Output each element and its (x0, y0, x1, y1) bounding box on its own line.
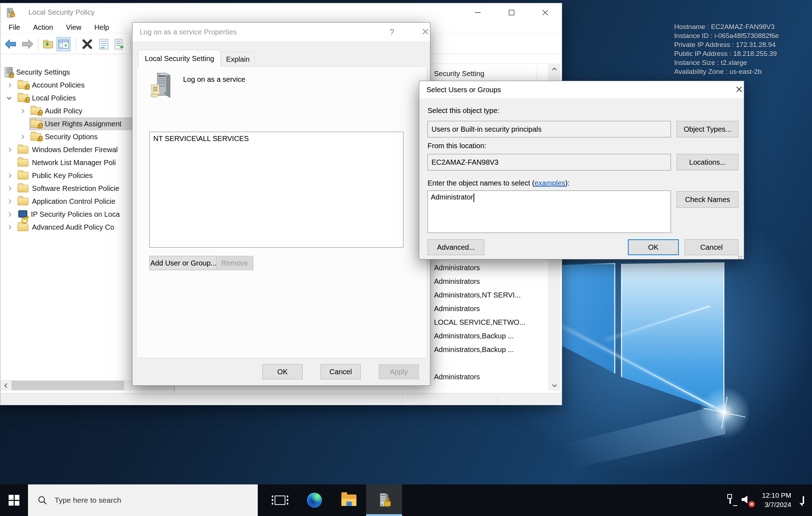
folder-icon (18, 185, 28, 192)
object-types-button[interactable]: Object Types... (677, 121, 738, 137)
list-row[interactable]: LOCAL SERVICE,NETWO... (434, 315, 546, 329)
start-button[interactable] (0, 484, 28, 516)
edge-icon (307, 493, 322, 508)
folder-icon (18, 172, 28, 179)
members-listbox[interactable]: NT SERVICE\ALL SERVICES (149, 132, 403, 248)
chevron-right-icon[interactable] (8, 148, 18, 151)
folder-icon (18, 198, 28, 205)
chevron-right-icon[interactable] (8, 174, 18, 177)
properties-button[interactable] (97, 37, 111, 51)
properties-cancel-button[interactable]: Cancel (321, 364, 361, 379)
minimize-button[interactable] (466, 3, 489, 22)
maximize-button[interactable] (500, 3, 523, 22)
object-type-field[interactable]: Users or Built-in security principals (428, 121, 671, 137)
task-view-button[interactable] (263, 484, 297, 516)
object-names-input[interactable]: Administrator (428, 191, 671, 233)
object-names-label: Enter the object names to select (exampl… (428, 179, 570, 187)
chevron-right-icon[interactable] (20, 135, 31, 139)
list-row[interactable]: Administrators (434, 261, 546, 275)
delete-button[interactable] (80, 37, 94, 51)
back-button[interactable] (3, 37, 18, 51)
list-row[interactable]: Administrators (434, 275, 546, 288)
local-security-policy-taskbar-button[interactable] (366, 484, 402, 516)
ec2-availability-zone: Availability Zone : us-east-2b (674, 67, 779, 76)
scrollbar-thumb[interactable] (11, 381, 124, 390)
properties-apply-button: Apply (379, 364, 419, 379)
chevron-right-icon[interactable] (8, 226, 18, 229)
chevron-right-icon[interactable] (20, 109, 31, 113)
menu-help[interactable]: Help (94, 23, 109, 32)
forward-button[interactable] (20, 37, 35, 51)
folder-icon (18, 159, 28, 166)
export-list-button[interactable] (112, 37, 127, 51)
list-row[interactable]: Administrators,Backup ... (434, 343, 546, 356)
title-bar[interactable]: Local Security Policy (0, 3, 562, 22)
app-icon (7, 8, 15, 19)
menu-file[interactable]: File (9, 23, 20, 32)
select-cancel-button[interactable]: Cancel (685, 239, 738, 255)
ec2-hostname: Hostname : EC2AMAZ-FAN98V3 (674, 22, 779, 31)
search-icon (37, 495, 47, 505)
menu-view[interactable]: View (66, 23, 81, 32)
tab-local-security-setting[interactable]: Local Security Setting (138, 50, 221, 67)
console-tree-toggle[interactable] (56, 37, 71, 51)
taskbar-clock[interactable]: 12:10 PM 3/7/2024 (760, 491, 791, 510)
scroll-down-icon[interactable] (548, 380, 560, 391)
log-on-as-a-service-properties-dialog: Log on as a service Properties ? Local S… (132, 22, 430, 386)
folder-arrow-icon (43, 39, 54, 50)
ip-security-icon (18, 210, 27, 219)
list-row[interactable]: Administrators,NT SERVI... (434, 288, 546, 302)
ec2-public-ip: Public IP Address : 18.218.255.39 (674, 49, 779, 58)
remove-button: Remove (216, 256, 253, 270)
resize-grip[interactable] (737, 252, 742, 257)
check-names-button[interactable]: Check Names (677, 191, 738, 208)
select-users-or-groups-dialog: Select Users or Groups Select this objec… (419, 81, 744, 259)
network-button[interactable] (729, 497, 731, 503)
select-ok-button[interactable]: OK (628, 239, 679, 255)
dialog-title: Log on as a service Properties (140, 28, 237, 36)
scroll-up-icon[interactable] (548, 64, 560, 74)
export-button[interactable] (41, 37, 56, 51)
advanced-button[interactable]: Advanced... (428, 239, 484, 255)
dialog-title-bar[interactable]: Log on as a service Properties ? (132, 23, 430, 41)
scroll-left-icon[interactable] (0, 380, 11, 391)
local-security-setting-tab-page: Log on as a service NT SERVICE\ALL SERVI… (136, 66, 427, 358)
help-button[interactable]: ? (389, 28, 394, 37)
tab-explain[interactable]: Explain (221, 52, 255, 67)
list-row[interactable]: Administrators (434, 302, 546, 315)
folder-lock-icon (18, 94, 28, 102)
volume-button[interactable] (741, 494, 752, 506)
properties-ok-button[interactable]: OK (262, 364, 303, 379)
chevron-right-icon[interactable] (8, 187, 18, 190)
chevron-right-icon[interactable] (8, 200, 18, 203)
close-button[interactable] (534, 3, 557, 22)
locations-button[interactable]: Locations... (677, 154, 738, 170)
list-row[interactable] (434, 356, 546, 370)
file-explorer-button[interactable] (332, 484, 366, 516)
taskbar-search[interactable]: Type here to search (28, 484, 258, 516)
forward-arrow-icon (22, 39, 33, 49)
chevron-right-icon[interactable] (8, 213, 18, 216)
action-center-button[interactable] (803, 497, 804, 503)
chevron-right-icon[interactable] (8, 84, 18, 87)
delete-x-icon (82, 39, 92, 49)
column-header-security-setting[interactable]: Security Setting (434, 64, 484, 83)
list-row[interactable]: Administrators (434, 370, 546, 384)
task-view-icon (275, 496, 285, 505)
taskbar: Type here to search (0, 484, 812, 516)
network-icon (729, 496, 731, 504)
column-divider[interactable] (537, 66, 537, 81)
chevron-down-icon[interactable] (8, 97, 18, 99)
examples-link[interactable]: examples (535, 179, 565, 187)
clock-time: 12:10 PM (760, 491, 791, 500)
folder-icon (18, 224, 28, 231)
menu-action[interactable]: Action (33, 23, 53, 32)
edge-button[interactable] (297, 484, 332, 516)
add-user-or-group-button[interactable]: Add User or Group... (149, 256, 218, 270)
list-row[interactable]: Administrators,Backup ... (434, 329, 546, 343)
dialog-title-bar[interactable]: Select Users or Groups (419, 81, 744, 98)
member-item[interactable]: NT SERVICE\ALL SERVICES (150, 132, 403, 145)
policy-server-icon (149, 72, 172, 100)
window-title: Local Security Policy (28, 8, 95, 17)
location-field[interactable]: EC2AMAZ-FAN98V3 (428, 154, 671, 170)
